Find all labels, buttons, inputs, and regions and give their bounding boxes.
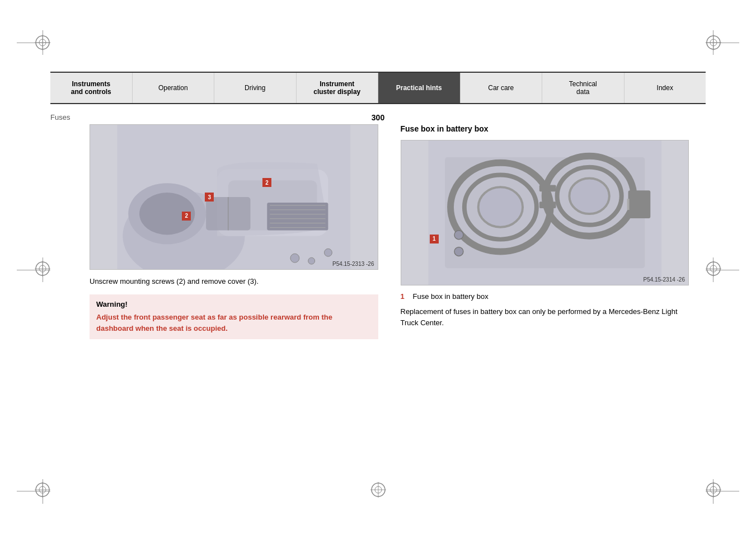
nav-car-care[interactable]: Car care <box>461 73 543 103</box>
warning-box: Warning! Adjust the front passenger seat… <box>90 294 378 339</box>
nav-index[interactable]: Index <box>624 73 706 103</box>
replacement-text: Replacement of fuses in battery box can … <box>401 306 689 328</box>
warning-title: Warning! <box>96 300 372 308</box>
fuses-label: Fuses <box>50 113 70 121</box>
right-image-container: 1 P54.15-2314 -26 <box>401 140 689 285</box>
mid-left-decoration <box>35 261 50 278</box>
left-image-container: 2 3 2 P54.15-2313 -26 <box>90 124 378 270</box>
svg-point-44 <box>290 254 299 263</box>
nav-practical-hints[interactable]: Practical hints <box>378 73 461 103</box>
nav-instrument-cluster[interactable]: Instrument cluster display <box>297 73 379 103</box>
fuse-item-number: 1 <box>401 292 408 301</box>
nav-driving[interactable]: Driving <box>214 73 297 103</box>
svg-rect-59 <box>539 185 556 191</box>
svg-rect-60 <box>539 202 556 208</box>
svg-point-46 <box>324 249 332 256</box>
svg-point-51 <box>478 187 522 227</box>
corner-decoration-bl <box>35 482 50 499</box>
badge-3: 3 <box>205 193 214 202</box>
badge-2-top: 2 <box>262 178 271 187</box>
fuse-item-label: Fuse box in battery box <box>413 292 489 301</box>
badge-2-bottom: 2 <box>182 212 191 221</box>
bottom-mid-decoration <box>370 482 386 499</box>
svg-point-58 <box>454 231 463 240</box>
corner-decoration-tl <box>35 35 50 52</box>
instruction-text: Unscrew mounting screws (2) and remove c… <box>90 277 378 287</box>
nav-technical-data[interactable]: Technical data <box>542 73 624 103</box>
svg-rect-35 <box>267 203 328 231</box>
page-number: 300 <box>372 113 384 122</box>
warning-text: Adjust the front passenger seat as far a… <box>96 312 372 334</box>
navigation-bar: Instruments and controls Operation Drivi… <box>50 72 706 104</box>
corner-decoration-br <box>706 482 721 499</box>
corner-decoration-tr <box>706 35 721 52</box>
svg-rect-55 <box>628 190 650 218</box>
left-img-label: P54.15-2313 -26 <box>332 261 374 267</box>
fuse-item: 1 Fuse box in battery box <box>401 292 689 301</box>
svg-rect-56 <box>627 199 629 210</box>
main-content: 2 3 2 P54.15-2313 -26 Unscrew mounting s… <box>90 124 689 339</box>
svg-point-54 <box>569 178 609 214</box>
nav-operation[interactable]: Operation <box>133 73 215 103</box>
nav-instruments-and-controls[interactable]: Instruments and controls <box>50 73 133 103</box>
right-img-label: P54.15-2314 -26 <box>643 277 685 283</box>
fuse-box-title: Fuse box in battery box <box>401 124 689 133</box>
mid-right-decoration <box>706 261 721 278</box>
svg-point-45 <box>308 257 315 264</box>
svg-point-57 <box>454 247 463 256</box>
right-column: Fuse box in battery box <box>401 124 689 339</box>
badge-1: 1 <box>430 235 439 243</box>
left-column: 2 3 2 P54.15-2313 -26 Unscrew mounting s… <box>90 124 378 339</box>
